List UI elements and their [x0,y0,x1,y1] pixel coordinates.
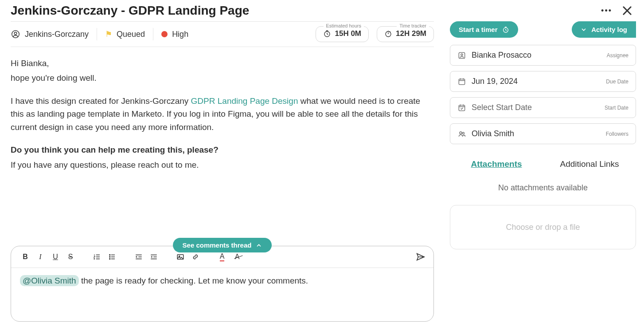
meta-bar: Jenkins-Gorczany ⚑ Queued High Estimated… [11,21,434,47]
mention-chip[interactable]: @Olivia Smith [20,275,79,286]
greeting-line-2: hope you're doing well. [11,71,434,84]
status-text: Queued [117,30,145,39]
client-name: Jenkins-Gorczany [25,30,89,39]
assignee-value: Bianka Prosacco [472,51,601,60]
svg-point-1 [14,32,17,35]
calendar-icon [457,77,466,86]
see-comments-button[interactable]: See comments thread [173,238,272,252]
clear-format-button[interactable]: A [231,251,243,263]
page-title: Jenkins-Gorczany - GDPR Landing Page [11,4,601,18]
time-tracker-pill[interactable]: Time tracker 12H 29M [377,26,434,42]
link-button[interactable] [189,251,202,263]
assignee-field[interactable]: Bianka Prosacco Assignee [450,45,636,66]
svg-point-14 [460,132,462,134]
followers-icon [457,130,466,138]
tracker-value: 12H 29M [396,29,426,38]
due-date-field[interactable]: Jun 19, 2024 Due Date [450,71,636,92]
start-date-value: Select Start Date [472,103,599,112]
comment-draft-text: the page is ready for checking. Let me k… [79,276,308,285]
ordered-list-button[interactable] [91,251,103,263]
no-attachments-text: No attachments available [450,183,636,193]
priority-chip[interactable]: High [161,30,188,39]
chevron-down-icon [581,27,587,33]
tab-attachments[interactable]: Attachments [450,157,543,173]
svg-point-15 [462,132,464,134]
more-icon[interactable]: ••• [601,6,612,16]
file-dropzone[interactable]: Choose or drop a file [450,205,636,249]
svg-point-5 [109,256,110,257]
start-timer-button[interactable]: Start a timer [450,21,518,38]
svg-rect-13 [459,105,464,111]
clock-icon [323,30,331,38]
greeting-line-1: Hi Bianka, [11,57,434,70]
outdent-button[interactable] [133,251,145,263]
timer-icon [502,26,509,33]
start-date-label: Start Date [605,105,628,111]
user-icon [457,51,466,60]
svg-point-11 [461,54,463,55]
svg-point-6 [109,259,110,260]
underline-button[interactable]: U [49,251,62,263]
design-link[interactable]: GDPR Landing Page Design [191,96,298,106]
priority-dot-icon [161,31,168,37]
followers-label: Followers [606,131,628,137]
chevron-up-icon [256,242,262,248]
start-date-field[interactable]: Select Start Date Start Date [450,97,636,118]
tab-additional-links[interactable]: Additional Links [543,157,636,173]
stopwatch-icon [384,30,392,38]
assignee-label: Assignee [607,52,628,59]
send-icon[interactable] [416,252,425,262]
text-color-button[interactable]: A [216,251,228,263]
due-date-label: Due Date [606,79,628,85]
comment-input[interactable]: @Olivia Smith the page is ready for chec… [11,268,433,321]
svg-point-4 [109,255,110,256]
tracker-label: Time tracker [397,23,429,28]
description-question: Do you think you can help me creating th… [11,143,434,156]
estimated-value: 15H 0M [335,29,361,38]
image-button[interactable] [174,251,187,263]
description: Hi Bianka, hope you're doing well. I hav… [11,47,434,241]
description-body: I have this design created for Jenkins-G… [11,95,434,134]
followers-field[interactable]: Olivia Smith Followers [450,123,636,144]
description-closing: If you have any questions, please reach … [11,158,434,171]
estimated-label: Estimated hours [324,23,364,28]
followers-value: Olivia Smith [472,129,601,138]
status-chip[interactable]: ⚑ Queued [105,29,145,39]
flag-icon: ⚑ [105,29,112,39]
italic-button[interactable]: I [34,251,47,263]
comment-editor: B I U S A [11,246,434,322]
indent-button[interactable] [148,251,160,263]
strike-button[interactable]: S [64,251,77,263]
due-date-value: Jun 19, 2024 [472,77,601,86]
close-icon[interactable] [621,4,633,17]
client-chip[interactable]: Jenkins-Gorczany [11,29,89,39]
calendar-start-icon [457,103,466,112]
priority-text: High [172,30,188,39]
estimated-hours-pill[interactable]: Estimated hours 15H 0M [316,26,369,42]
unordered-list-button[interactable] [106,251,118,263]
client-icon [11,29,20,39]
svg-rect-12 [459,79,464,85]
bold-button[interactable]: B [19,251,31,263]
activity-log-button[interactable]: Activity log [572,21,636,38]
